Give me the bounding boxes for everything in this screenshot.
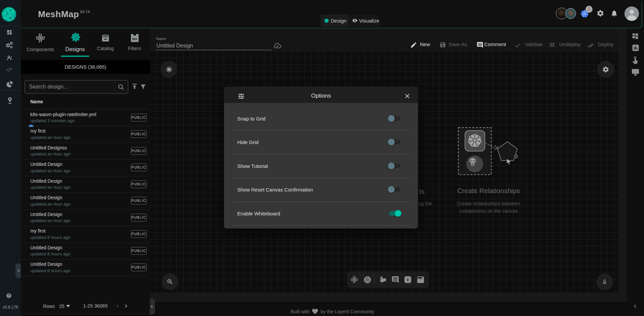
svg-text:T: T <box>406 277 409 282</box>
svg-text:WA: WA <box>132 37 137 41</box>
